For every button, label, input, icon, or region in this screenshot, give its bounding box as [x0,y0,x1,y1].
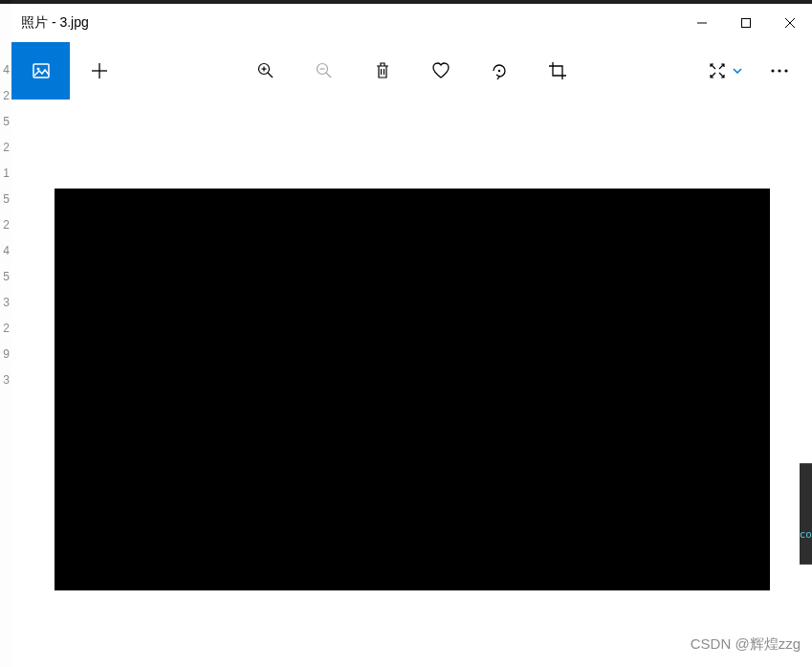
zoom-out-button[interactable] [296,42,354,100]
toolbar-center [237,42,587,100]
svg-point-17 [778,69,780,72]
plus-icon [91,62,108,79]
favorite-button[interactable] [412,42,471,100]
add-button[interactable] [70,42,128,100]
svg-line-9 [268,73,273,78]
content-area [11,100,812,667]
background-top-strip [0,0,11,4]
close-icon [785,18,795,28]
window-title: 照片 - 3.jpg [11,14,89,32]
displayed-image[interactable] [55,189,770,590]
photos-window: 照片 - 3.jpg [11,4,812,667]
rotate-icon [490,61,509,80]
side-panel-text: co [800,528,812,541]
minimize-button[interactable] [680,4,724,42]
maximize-button[interactable] [724,4,768,42]
more-button[interactable] [750,42,808,100]
toolbar-right [700,42,812,100]
svg-point-18 [784,69,787,72]
trash-icon [374,61,391,80]
delete-button[interactable] [354,42,412,100]
more-icon [771,69,788,73]
svg-point-15 [498,70,500,72]
view-image-button[interactable] [11,42,70,100]
toolbar-left [11,42,128,100]
crop-button[interactable] [529,42,587,100]
zoom-out-icon [316,62,333,79]
toolbar [11,42,812,100]
svg-rect-1 [742,19,751,28]
chevron-down-icon [733,68,742,74]
edit-button[interactable] [700,42,750,100]
zoom-in-button[interactable] [237,42,296,100]
image-icon [32,61,51,80]
titlebar: 照片 - 3.jpg [11,4,812,42]
side-panel-fragment [800,463,812,565]
minimize-icon [697,18,707,28]
rotate-button[interactable] [471,42,529,100]
maximize-icon [741,18,751,28]
zoom-in-icon [257,62,274,79]
heart-icon [431,62,450,79]
close-button[interactable] [768,4,812,42]
window-controls [680,4,812,42]
svg-point-16 [771,69,774,72]
watermark: CSDN @辉煌zzg [691,635,801,654]
svg-line-13 [326,73,331,78]
edit-icon [708,61,727,80]
background-line-numbers: 4252152453293 [0,0,11,667]
crop-icon [548,61,567,80]
